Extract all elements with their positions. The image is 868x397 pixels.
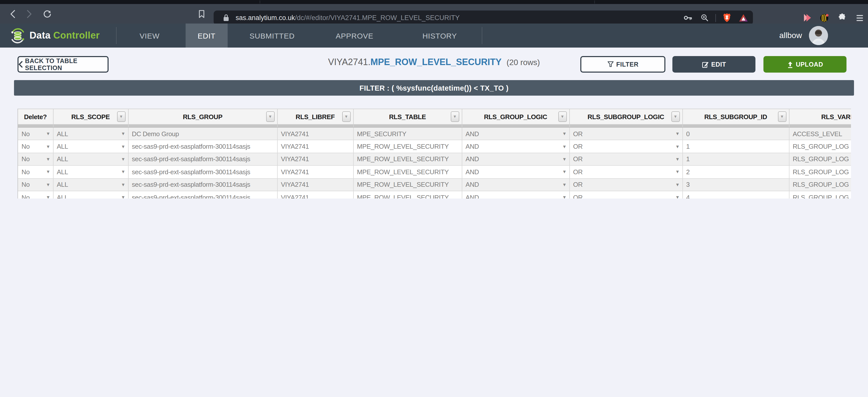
cell-rls_subgroup_logic[interactable]: OR▼: [569, 153, 682, 166]
column-filter-button-rls_group[interactable]: ▼: [266, 111, 274, 122]
cell-rls_group_logic[interactable]: AND▼: [462, 153, 569, 166]
brave-shield-icon[interactable]: [721, 12, 733, 23]
forward-icon[interactable]: [24, 8, 34, 19]
cell-delete[interactable]: No▼: [18, 191, 53, 198]
cell-rls_group[interactable]: sec-sas9-prd-ext-sasplatform-300114sasjs: [128, 166, 277, 178]
cell-rls_table[interactable]: MPE_ROW_LEVEL_SECURITY: [353, 166, 462, 178]
cell-rls_scope[interactable]: ALL▼: [53, 166, 128, 178]
dropdown-arrow-icon[interactable]: ▼: [121, 144, 125, 149]
cell-rls_group_logic[interactable]: AND▼: [462, 191, 569, 198]
cell-rls_libref[interactable]: VIYA2741: [277, 140, 353, 153]
column-filter-button-rls_table[interactable]: ▼: [451, 111, 459, 122]
reload-icon[interactable]: [41, 8, 53, 19]
bookmark-icon[interactable]: [196, 8, 207, 19]
cell-rls_group_logic[interactable]: AND▼: [462, 140, 569, 153]
dropdown-arrow-icon[interactable]: ▼: [46, 144, 50, 149]
column-filter-button-rls_libref[interactable]: ▼: [342, 111, 350, 122]
bat-icon[interactable]: [738, 12, 749, 23]
cell-rls_subgroup_logic[interactable]: OR▼: [569, 191, 682, 198]
cell-rls_group_logic[interactable]: AND▼: [462, 178, 569, 191]
cell-rls_subgroup_id[interactable]: 3: [682, 178, 789, 191]
dropdown-arrow-icon[interactable]: ▼: [121, 182, 125, 187]
upload-button[interactable]: UPLOAD: [764, 56, 846, 73]
cell-rls_subgroup_logic[interactable]: OR▼: [569, 166, 682, 178]
filter-button[interactable]: FILTER: [580, 56, 665, 73]
dropdown-arrow-icon[interactable]: ▼: [562, 182, 566, 187]
brand[interactable]: Data Controller: [0, 28, 116, 43]
dropdown-arrow-icon[interactable]: ▼: [46, 157, 50, 162]
cell-rls_variable[interactable]: RLS_GROUP_LOG: [789, 153, 851, 166]
dropdown-arrow-icon[interactable]: ▼: [675, 169, 680, 174]
extension-pink-icon[interactable]: [802, 12, 812, 23]
cell-rls_subgroup_logic[interactable]: OR▼: [569, 140, 682, 153]
zoom-icon[interactable]: [699, 12, 710, 23]
extensions-puzzle-icon[interactable]: [836, 12, 847, 23]
dropdown-arrow-icon[interactable]: ▼: [46, 169, 50, 174]
cell-rls_variable[interactable]: ACCESS_LEVEL: [789, 127, 851, 140]
cell-rls_scope[interactable]: ALL▼: [53, 127, 128, 140]
cell-delete[interactable]: No▼: [18, 140, 53, 153]
cell-rls_libref[interactable]: VIYA2741: [277, 153, 353, 166]
dropdown-arrow-icon[interactable]: ▼: [121, 169, 125, 174]
cell-rls_subgroup_id[interactable]: 1: [682, 153, 789, 166]
cell-rls_table[interactable]: MPE_ROW_LEVEL_SECURITY: [353, 153, 462, 166]
cell-rls_scope[interactable]: ALL▼: [53, 140, 128, 153]
dropdown-arrow-icon[interactable]: ▼: [675, 131, 680, 136]
cell-rls_group_logic[interactable]: AND▼: [462, 127, 569, 140]
dropdown-arrow-icon[interactable]: ▼: [562, 169, 566, 174]
cell-rls_subgroup_id[interactable]: 1: [682, 140, 789, 153]
cell-rls_group_logic[interactable]: AND▼: [462, 166, 569, 178]
cell-rls_table[interactable]: MPE_SECURITY: [353, 127, 462, 140]
cell-delete[interactable]: No▼: [18, 166, 53, 178]
cell-rls_subgroup_id[interactable]: 2: [682, 166, 789, 178]
back-icon[interactable]: [7, 8, 18, 19]
cell-rls_group[interactable]: sec-sas9-prd-ext-sasplatform-300114sasjs: [128, 191, 277, 198]
dropdown-arrow-icon[interactable]: ▼: [562, 195, 566, 198]
extension-yellow-icon[interactable]: [819, 12, 830, 23]
cell-rls_group[interactable]: sec-sas9-prd-ext-sasplatform-300114sasjs: [128, 178, 277, 191]
cell-rls_variable[interactable]: RLS_GROUP_LOG: [789, 166, 851, 178]
url-bar[interactable]: sas.analytium.co.uk/dc/#/editor/VIYA2741…: [214, 10, 753, 25]
dropdown-arrow-icon[interactable]: ▼: [46, 182, 50, 187]
column-filter-button-rls_subgroup_id[interactable]: ▼: [778, 111, 786, 122]
back-to-table-selection-button[interactable]: BACK TO TABLE SELECTION: [18, 56, 108, 73]
cell-rls_scope[interactable]: ALL▼: [53, 153, 128, 166]
cell-rls_libref[interactable]: VIYA2741: [277, 127, 353, 140]
horizontal-scrollbar-strip[interactable]: [18, 124, 851, 127]
column-filter-button-rls_group_logic[interactable]: ▼: [558, 111, 566, 122]
column-filter-button-rls_scope[interactable]: ▼: [117, 111, 125, 122]
dropdown-arrow-icon[interactable]: ▼: [121, 131, 125, 136]
dropdown-arrow-icon[interactable]: ▼: [562, 157, 566, 162]
tab-approve[interactable]: APPROVE: [324, 24, 385, 48]
cell-rls_libref[interactable]: VIYA2741: [277, 191, 353, 198]
column-filter-button-rls_subgroup_logic[interactable]: ▼: [671, 111, 680, 122]
cell-rls_group[interactable]: DC Demo Group: [128, 127, 277, 140]
cell-delete[interactable]: No▼: [18, 127, 53, 140]
cell-rls_subgroup_logic[interactable]: OR▼: [569, 178, 682, 191]
cell-rls_variable[interactable]: RLS_GROUP_LOG: [789, 178, 851, 191]
avatar[interactable]: [809, 26, 828, 45]
dropdown-arrow-icon[interactable]: ▼: [121, 157, 125, 162]
tab-history[interactable]: HISTORY: [410, 24, 469, 48]
dropdown-arrow-icon[interactable]: ▼: [675, 182, 680, 187]
dropdown-arrow-icon[interactable]: ▼: [675, 195, 680, 198]
cell-rls_subgroup_id[interactable]: 4: [682, 191, 789, 198]
dropdown-arrow-icon[interactable]: ▼: [675, 157, 680, 162]
cell-rls_group[interactable]: sec-sas9-prd-ext-sasplatform-300114sasjs: [128, 153, 277, 166]
cell-rls_table[interactable]: MPE_ROW_LEVEL_SECURITY: [353, 140, 462, 153]
cell-rls_scope[interactable]: ALL▼: [53, 178, 128, 191]
cell-rls_libref[interactable]: VIYA2741: [277, 166, 353, 178]
dropdown-arrow-icon[interactable]: ▼: [121, 195, 125, 198]
tab-submitted[interactable]: SUBMITTED: [238, 24, 307, 48]
dropdown-arrow-icon[interactable]: ▼: [562, 144, 566, 149]
dropdown-arrow-icon[interactable]: ▼: [562, 131, 566, 136]
cell-rls_table[interactable]: MPE_ROW_LEVEL_SECURITY: [353, 191, 462, 198]
cell-delete[interactable]: No▼: [18, 178, 53, 191]
menu-icon[interactable]: [854, 12, 865, 23]
cell-rls_variable[interactable]: RLS_GROUP_LOG: [789, 140, 851, 153]
edit-button[interactable]: EDIT: [672, 56, 755, 73]
key-icon[interactable]: [682, 12, 693, 23]
tab-view[interactable]: VIEW: [128, 24, 172, 48]
tab-edit[interactable]: EDIT: [186, 24, 228, 48]
dropdown-arrow-icon[interactable]: ▼: [46, 131, 50, 136]
